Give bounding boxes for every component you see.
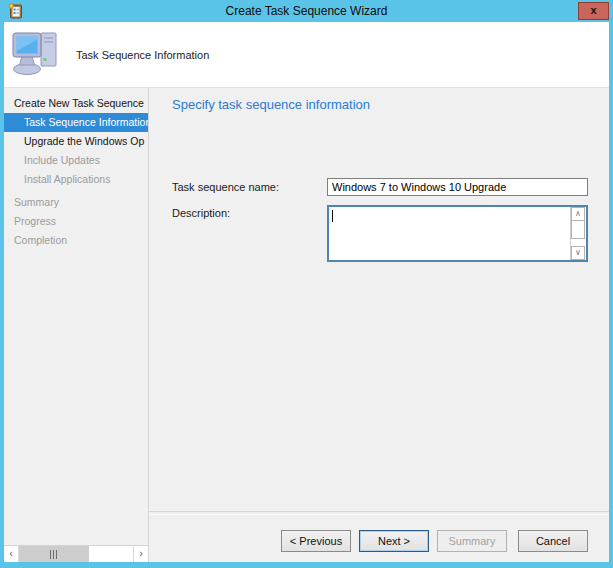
sidebar-item-progress[interactable]: Progress xyxy=(4,212,148,231)
description-textarea[interactable]: ∧ ∨ xyxy=(327,205,588,262)
scrollbar-grip-icon xyxy=(50,550,58,559)
computer-icon xyxy=(12,30,62,76)
page-heading: Specify task sequence information xyxy=(172,97,370,112)
description-label: Description: xyxy=(172,207,230,219)
previous-button[interactable]: < Previous xyxy=(281,530,351,552)
text-cursor xyxy=(332,210,333,222)
scroll-down-icon[interactable]: ∨ xyxy=(571,246,585,260)
summary-button: Summary xyxy=(437,530,507,552)
sidebar-item-include-updates[interactable]: Include Updates xyxy=(4,151,148,170)
scroll-up-icon[interactable]: ∧ xyxy=(571,207,585,221)
sidebar-horizontal-scrollbar[interactable]: ‹ › xyxy=(4,545,148,562)
task-sequence-name-input[interactable] xyxy=(327,178,588,196)
sidebar-item-upgrade-the-windows-os[interactable]: Upgrade the Windows Op xyxy=(4,132,148,151)
sidebar-item-completion[interactable]: Completion xyxy=(4,231,148,250)
wizard-header: Task Sequence Information xyxy=(4,22,609,88)
scrollbar-thumb[interactable] xyxy=(571,220,585,239)
scroll-right-icon[interactable]: › xyxy=(133,546,148,562)
sidebar-item-install-applications[interactable]: Install Applications xyxy=(4,170,148,189)
wizard-page-title: Task Sequence Information xyxy=(76,49,209,61)
scroll-left-icon[interactable]: ‹ xyxy=(4,546,19,562)
cancel-button[interactable]: Cancel xyxy=(518,530,588,552)
wizard-steps-sidebar: Create New Task Sequence Task Sequence I… xyxy=(4,88,148,545)
scrollbar-thumb[interactable] xyxy=(19,546,89,562)
wizard-window: Create Task Sequence Wizard x Task Seque… xyxy=(0,0,613,568)
sidebar-item-summary[interactable]: Summary xyxy=(4,193,148,212)
wizard-content-panel: Specify task sequence information Task s… xyxy=(149,88,609,562)
description-vertical-scrollbar[interactable]: ∧ ∨ xyxy=(570,207,586,260)
task-sequence-name-label: Task sequence name: xyxy=(172,181,279,193)
sidebar-item-create-new-task-sequence[interactable]: Create New Task Sequence xyxy=(4,94,148,113)
title-bar[interactable]: Create Task Sequence Wizard x xyxy=(0,0,613,22)
clipboard-icon xyxy=(7,3,23,19)
sidebar-item-task-sequence-information[interactable]: Task Sequence Information xyxy=(4,113,148,132)
next-button[interactable]: Next > xyxy=(359,530,429,552)
scrollbar-track[interactable] xyxy=(89,546,133,562)
client-area: Task Sequence Information Create New Tas… xyxy=(4,22,609,562)
close-button[interactable]: x xyxy=(578,2,609,20)
window-title: Create Task Sequence Wizard xyxy=(60,0,553,22)
button-separator xyxy=(149,511,609,515)
